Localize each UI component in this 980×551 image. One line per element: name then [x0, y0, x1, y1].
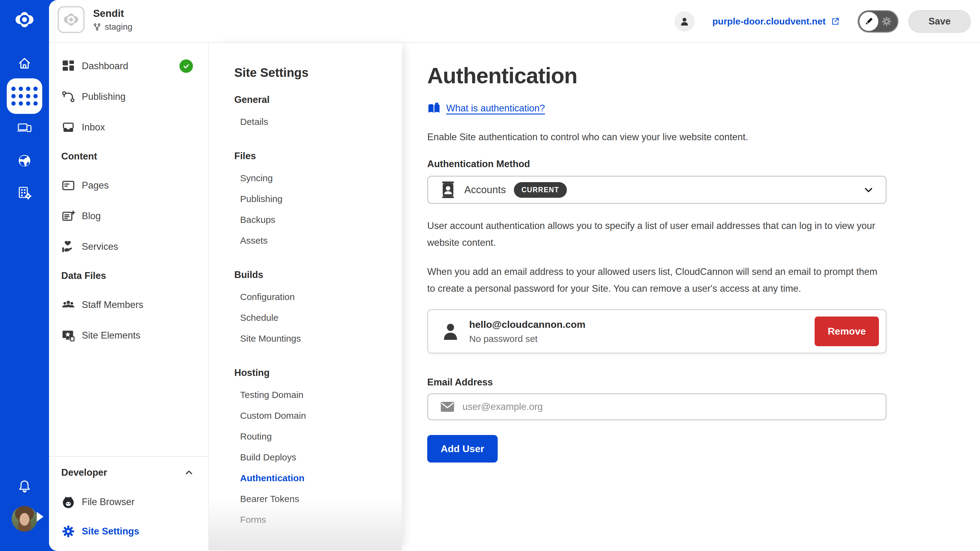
sidebar-item-staff-members[interactable]: Staff Members — [49, 290, 208, 320]
inbox-icon — [61, 120, 75, 134]
globe-icon[interactable] — [17, 153, 32, 168]
remove-user-button[interactable]: Remove — [815, 316, 879, 346]
sidebar-item-pages[interactable]: Pages — [49, 170, 208, 201]
gear-icon — [880, 15, 893, 27]
site-branch: staging — [93, 22, 132, 32]
user-email: hello@cloudcannon.com — [469, 319, 585, 330]
nav-section-developer[interactable]: Developer — [49, 458, 208, 487]
page-title: Authentication — [427, 63, 980, 88]
help-link-label: What is authentication? — [446, 103, 545, 114]
settings-item-configuration[interactable]: Configuration — [234, 286, 402, 307]
apps-grid-icon[interactable] — [7, 78, 42, 114]
sidebar-item-dashboard[interactable]: Dashboard — [49, 51, 208, 81]
publishing-merge-icon — [61, 90, 75, 104]
page-icon — [61, 178, 75, 192]
settings-section-hosting: Hosting Testing Domain Custom Domain Rou… — [234, 364, 402, 530]
sidebar-item-site-elements[interactable]: Site Elements — [49, 320, 208, 351]
sidebar-item-label: Inbox — [82, 122, 105, 133]
sidebar-item-label: File Browser — [82, 497, 134, 508]
sidebar-item-file-browser[interactable]: File Browser — [49, 487, 208, 517]
settings-section-builds: Builds Configuration Schedule Site Mount… — [234, 266, 402, 349]
sidebar-item-label: Staff Members — [82, 299, 143, 310]
green-check-badge — [180, 59, 193, 73]
settings-item-schedule[interactable]: Schedule — [234, 307, 402, 328]
what-is-authentication-link[interactable]: What is authentication? — [427, 102, 545, 114]
sidebar-item-blog[interactable]: Blog — [49, 201, 208, 232]
site-logo — [57, 6, 84, 33]
sidebar-item-services[interactable]: Services — [49, 232, 208, 262]
save-button[interactable]: Save — [908, 10, 971, 33]
app-rail — [0, 0, 49, 551]
allowed-user-row: hello@cloudcannon.com No password set Re… — [427, 309, 886, 354]
settings-item-publishing[interactable]: Publishing — [234, 189, 402, 210]
settings-item-authentication[interactable]: Authentication — [234, 468, 402, 489]
settings-item-assets[interactable]: Assets — [234, 230, 402, 251]
intro-text: Enable Site authentication to control wh… — [427, 130, 886, 144]
authentication-method-select[interactable]: Accounts CURRENT — [427, 176, 886, 204]
sidebar-item-publishing[interactable]: Publishing — [49, 81, 208, 112]
settings-title: Site Settings — [234, 66, 402, 79]
sidebar-item-label: Services — [82, 241, 118, 252]
settings-item-backups[interactable]: Backups — [234, 210, 402, 230]
current-badge: CURRENT — [514, 182, 567, 198]
nav-section-content: Content — [49, 143, 208, 170]
sidebar-item-inbox[interactable]: Inbox — [49, 112, 208, 143]
settings-item-build-deploys[interactable]: Build Deploys — [234, 447, 402, 468]
site-nav-sidebar: Dashboard Publishing Inbox Cont — [49, 43, 209, 550]
settings-item-bearer-tokens[interactable]: Bearer Tokens — [234, 489, 402, 510]
main-content: Authentication What is authentication? E… — [402, 43, 980, 550]
header-actions: purple-door.cloudvent.net — [675, 10, 971, 33]
chevron-down-icon — [862, 184, 875, 196]
settings-item-custom-domain[interactable]: Custom Domain — [234, 405, 402, 426]
sidebar-item-label: Blog — [82, 211, 101, 222]
site-identity[interactable]: Sendit staging — [57, 6, 132, 33]
envelope-icon — [441, 401, 455, 412]
settings-item-routing[interactable]: Routing — [234, 426, 402, 447]
settings-item-site-mountings[interactable]: Site Mountings — [234, 328, 402, 349]
email-input[interactable] — [463, 401, 877, 412]
dashboard-icon — [61, 59, 75, 73]
cloudcannon-logo — [13, 9, 35, 30]
settings-item-testing-domain[interactable]: Testing Domain — [234, 384, 402, 405]
sidebar-item-label: Site Settings — [82, 526, 139, 537]
live-site-link[interactable]: purple-door.cloudvent.net — [712, 16, 840, 27]
settings-section-sharing: Sharing — [234, 545, 402, 550]
email-input-container — [427, 393, 886, 420]
account-avatar-icon[interactable] — [675, 11, 695, 32]
chevron-up-icon — [185, 468, 194, 477]
settings-item-syncing[interactable]: Syncing — [234, 168, 402, 189]
method-value: Accounts — [464, 184, 506, 195]
home-icon[interactable] — [17, 56, 32, 71]
external-link-icon — [830, 17, 840, 26]
book-icon — [427, 102, 441, 114]
settings-item-forms[interactable]: Forms — [234, 510, 402, 530]
notifications-bell-icon[interactable] — [17, 478, 32, 494]
add-user-button[interactable]: Add User — [427, 435, 498, 462]
sidebar-item-label: Pages — [82, 180, 109, 191]
git-branch-icon — [93, 23, 101, 31]
site-settings-sidebar: Site Settings General Details Files Sync… — [209, 43, 402, 550]
pencil-icon — [864, 16, 874, 27]
organization-settings-icon[interactable] — [17, 186, 32, 200]
people-icon — [61, 298, 75, 312]
sidebar-item-label: Site Elements — [82, 330, 140, 341]
app-panel: Sendit staging purple-door.cloudvent.net — [49, 0, 980, 551]
apps-grid-dots — [11, 87, 38, 106]
email-address-label: Email Address — [427, 377, 980, 388]
edit-settings-toggle[interactable] — [858, 10, 899, 33]
devices-icon[interactable] — [17, 121, 32, 136]
body-text-1: User account authentication allows you t… — [427, 218, 886, 251]
settings-item-details[interactable]: Details — [234, 111, 402, 132]
blog-post-icon — [61, 209, 75, 223]
site-name: Sendit — [93, 8, 132, 19]
service-hand-heart-icon — [61, 240, 75, 254]
sidebar-item-label: Dashboard — [82, 60, 128, 71]
live-site-url: purple-door.cloudvent.net — [712, 16, 826, 27]
branch-name: staging — [105, 22, 132, 32]
user-bust-icon — [441, 321, 460, 341]
nav-section-data-files: Data Files — [49, 262, 208, 290]
expand-arrow-icon[interactable] — [37, 512, 43, 522]
method-label: Authentication Method — [427, 159, 980, 170]
user-avatar[interactable] — [12, 506, 37, 532]
sidebar-item-site-settings[interactable]: Site Settings — [49, 517, 208, 546]
